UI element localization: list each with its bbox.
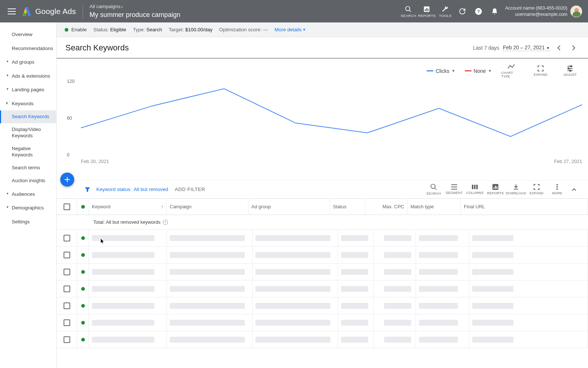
- sidebar-item-auction-insights[interactable]: Auction insights: [0, 174, 56, 187]
- table-row[interactable]: [57, 297, 588, 314]
- table-row[interactable]: [57, 331, 588, 348]
- avatar[interactable]: [570, 6, 582, 17]
- sidebar-item-audiences[interactable]: Audiences: [0, 187, 56, 201]
- placeholder: [472, 320, 513, 326]
- column-ad-group[interactable]: Ad group: [248, 199, 330, 215]
- chevron-down-icon: ▾: [303, 27, 305, 32]
- column-final-url[interactable]: Final URL: [461, 199, 588, 215]
- top-header: Google Ads All campaigns › My summer pro…: [0, 0, 588, 22]
- sidebar-item-search-keywords[interactable]: Search Keywords: [0, 110, 56, 123]
- page-title: Search Keywords: [65, 43, 129, 53]
- row-checkbox[interactable]: [64, 319, 70, 326]
- filter-chip[interactable]: Keyword status: All but removed: [96, 187, 168, 192]
- table-search-button[interactable]: SEARCH: [423, 183, 444, 195]
- table-row[interactable]: [57, 263, 588, 280]
- type-piece: Type: Search: [133, 27, 162, 32]
- placeholder: [341, 337, 368, 343]
- sidebar-item-ads-extensions[interactable]: Ads & extensions: [0, 69, 56, 83]
- add-keyword-fab[interactable]: [60, 173, 74, 187]
- sidebar-item-negative-keywords[interactable]: Negative Keywords: [0, 142, 56, 162]
- table-row[interactable]: [57, 230, 588, 247]
- header-reports-button[interactable]: REPORTS: [417, 5, 436, 18]
- column-status[interactable]: Status: [330, 199, 365, 215]
- sidebar-item-search-terms[interactable]: Search terms: [0, 162, 56, 174]
- sidebar-item-overview[interactable]: Overview: [0, 28, 56, 42]
- help-button[interactable]: ?: [470, 3, 487, 20]
- chart-expand-button[interactable]: EXPAND: [531, 65, 551, 77]
- row-checkbox[interactable]: [64, 286, 70, 292]
- column-keyword[interactable]: Keyword↑: [89, 199, 167, 215]
- status-dot-icon: [81, 287, 85, 291]
- notifications-button[interactable]: [487, 3, 503, 20]
- status-dot-icon: [65, 28, 68, 32]
- row-checkbox[interactable]: [64, 252, 70, 258]
- placeholder: [92, 269, 154, 275]
- row-checkbox[interactable]: [64, 302, 70, 309]
- placeholder: [419, 303, 458, 309]
- row-checkbox[interactable]: [64, 269, 70, 275]
- sidebar-item-landing-pages[interactable]: Landing pages: [0, 83, 56, 97]
- placeholder: [255, 303, 330, 309]
- sidebar-item-demographics[interactable]: Demographics: [0, 201, 56, 215]
- more-button[interactable]: MORE: [547, 184, 567, 195]
- column-campaign[interactable]: Campaign: [167, 199, 248, 215]
- filter-icon[interactable]: [85, 187, 90, 192]
- date-prev-button[interactable]: [553, 42, 564, 53]
- sidebar-item-display-video-keywords[interactable]: Display/Video Keywords: [0, 123, 56, 142]
- date-range-picker[interactable]: Feb 20 – 27, 2021 ▼: [503, 45, 550, 51]
- placeholder: [419, 252, 458, 258]
- svg-point-17: [431, 184, 435, 189]
- row-checkbox[interactable]: [64, 235, 70, 241]
- placeholder: [384, 286, 411, 292]
- refresh-button[interactable]: [454, 3, 470, 20]
- chevron-up-icon: [571, 188, 577, 191]
- segment-icon: [451, 184, 458, 190]
- add-filter-button[interactable]: ADD FILTER: [175, 187, 205, 192]
- columns-button[interactable]: COLUMNS: [465, 184, 485, 195]
- header-search-button[interactable]: SEARCH: [399, 5, 417, 18]
- table-row[interactable]: [57, 280, 588, 297]
- account-info[interactable]: Account name (683-455-0020) username@exa…: [505, 5, 567, 18]
- download-icon: [513, 184, 519, 190]
- table-row[interactable]: [57, 247, 588, 263]
- breadcrumb[interactable]: All campaigns › My summer produce campai…: [90, 4, 180, 19]
- status-dot-icon: [81, 321, 85, 325]
- menu-icon[interactable]: [3, 3, 21, 20]
- placeholder: [472, 252, 513, 258]
- placeholder: [341, 286, 368, 292]
- select-all-checkbox[interactable]: [64, 204, 70, 210]
- svg-point-1: [406, 6, 410, 11]
- svg-point-10: [570, 66, 572, 67]
- info-icon[interactable]: ?: [163, 220, 168, 225]
- date-period[interactable]: Last 7 days: [473, 45, 499, 51]
- product-logo[interactable]: Google Ads: [22, 7, 76, 16]
- chart-type-button[interactable]: CHART TYPE: [501, 63, 521, 78]
- table-row[interactable]: [57, 314, 588, 331]
- more-details-button[interactable]: More details▾: [275, 27, 305, 32]
- status-column-icon[interactable]: [81, 205, 85, 209]
- date-next-button[interactable]: [568, 42, 579, 53]
- help-icon: ?: [474, 7, 483, 15]
- series-a-picker[interactable]: Clicks▼: [427, 68, 455, 74]
- sidebar-item-keywords[interactable]: Keywords: [0, 97, 56, 111]
- collapse-panel-button[interactable]: [567, 188, 581, 191]
- sidebar: Overview Recommendations Ad groups Ads &…: [0, 22, 57, 368]
- download-button[interactable]: DOWNLOAD: [506, 184, 526, 195]
- sliders-icon: [566, 65, 574, 72]
- row-checkbox[interactable]: [64, 336, 70, 343]
- sidebar-item-recommendations[interactable]: Recommendations: [0, 42, 56, 56]
- enable-toggle[interactable]: Enable: [65, 27, 87, 32]
- header-tools-label: TOOLS: [439, 14, 451, 18]
- segment-button[interactable]: SEGMENT: [444, 184, 465, 195]
- column-match-type[interactable]: Match type: [408, 199, 461, 215]
- column-max-cpc[interactable]: Max. CPC: [365, 199, 408, 215]
- chart-adjust-button[interactable]: ADJUST: [560, 65, 580, 77]
- sidebar-item-ad-groups[interactable]: Ad groups: [0, 55, 56, 69]
- placeholder: [170, 286, 245, 292]
- header-tools-button[interactable]: TOOLS: [436, 5, 454, 18]
- table-reports-button[interactable]: REPORTS: [485, 184, 506, 195]
- table-expand-button[interactable]: EXPAND: [526, 184, 547, 195]
- placeholder: [341, 235, 368, 241]
- sidebar-item-settings[interactable]: Settings: [0, 215, 56, 229]
- series-b-picker[interactable]: None▼: [465, 68, 492, 74]
